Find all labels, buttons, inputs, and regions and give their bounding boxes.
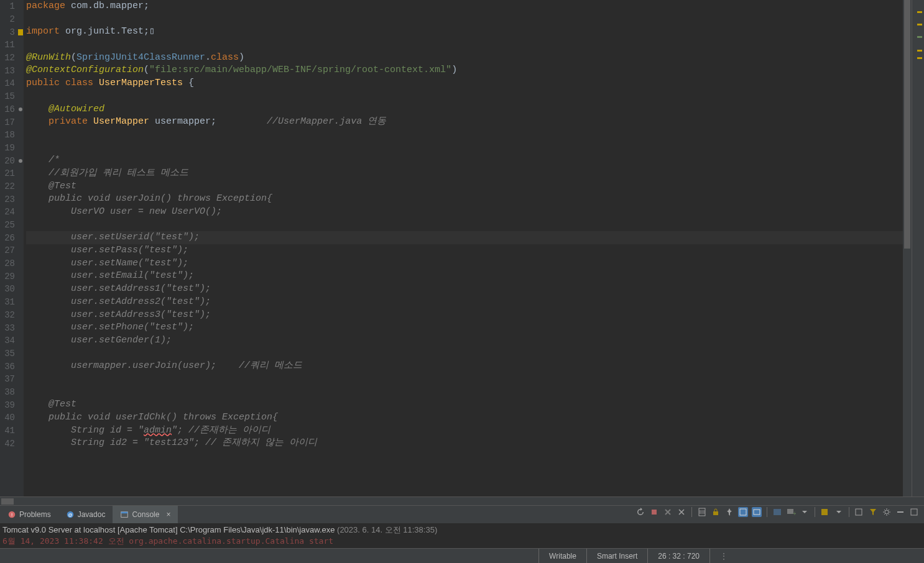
gutter-row[interactable]: 42 xyxy=(0,437,24,450)
overview-marker-warn[interactable] xyxy=(917,57,922,59)
status-insert-mode[interactable]: Smart Insert xyxy=(586,549,647,563)
code-line[interactable] xyxy=(26,142,924,155)
horizontal-scrollbar[interactable] xyxy=(0,497,924,505)
clear-icon[interactable] xyxy=(697,507,707,517)
gutter-row[interactable]: 18 xyxy=(0,129,24,142)
gutter-row[interactable]: 27 xyxy=(0,244,24,257)
code-line[interactable]: @Test xyxy=(26,180,924,193)
code-line[interactable]: user.setUserid("test"); xyxy=(26,231,924,244)
console-content[interactable]: Tomcat v9.0 Server at localhost [Apache … xyxy=(0,523,924,548)
code-line[interactable] xyxy=(26,39,924,52)
status-cursor-position[interactable]: 26 : 32 : 720 xyxy=(647,549,709,563)
code-line[interactable]: UserVO user = new UserVO(); xyxy=(26,206,924,219)
gutter-row[interactable]: 28 xyxy=(0,257,24,270)
code-line[interactable] xyxy=(26,219,924,232)
code-line[interactable]: package com.db.mapper; xyxy=(26,0,924,13)
code-line[interactable]: String id = "admin"; //존재하는 아이디 xyxy=(26,424,924,437)
code-line[interactable] xyxy=(26,13,924,26)
gutter-row[interactable]: 35 xyxy=(0,347,24,360)
gutter-row[interactable]: 16 xyxy=(0,103,24,116)
gutter-row[interactable]: 22 xyxy=(0,180,24,193)
settings-icon[interactable] xyxy=(882,507,892,517)
code-line[interactable]: public void userJoin() throws Exception{ xyxy=(26,193,924,206)
overview-marker-info[interactable] xyxy=(917,36,922,38)
new-view-icon[interactable] xyxy=(820,507,830,517)
scroll-lock-icon[interactable] xyxy=(711,507,721,517)
code-content[interactable]: package com.db.mapper;import org.junit.T… xyxy=(24,0,924,497)
gutter-row[interactable]: 14 xyxy=(0,77,24,90)
code-line[interactable]: /* xyxy=(26,154,924,167)
code-line[interactable]: private UserMapper usermapper; //UserMap… xyxy=(26,116,924,129)
code-line[interactable] xyxy=(26,129,924,142)
filter-icon[interactable] xyxy=(868,507,878,517)
stop-icon[interactable] xyxy=(649,507,659,517)
vertical-scrollbar[interactable] xyxy=(903,0,912,497)
code-line[interactable]: public class UserMapperTests { xyxy=(26,77,924,90)
gutter-row[interactable]: 33 xyxy=(0,321,24,334)
gutter-row[interactable]: 21 xyxy=(0,167,24,180)
dropdown-icon[interactable] xyxy=(834,507,844,517)
gutter-row[interactable]: 38 xyxy=(0,386,24,399)
gutter-row[interactable]: 29 xyxy=(0,270,24,283)
gutter-row[interactable]: 31 xyxy=(0,296,24,309)
gutter-row[interactable]: 25 xyxy=(0,219,24,232)
gutter-row[interactable]: 41 xyxy=(0,424,24,437)
gutter-row[interactable]: 11 xyxy=(0,39,24,52)
gutter-row[interactable]: 13 xyxy=(0,64,24,77)
new-console-icon[interactable]: + xyxy=(786,507,796,517)
remove-all-icon[interactable] xyxy=(663,507,673,517)
code-line[interactable]: public void userIdChk() throws Exception… xyxy=(26,411,924,424)
code-line[interactable]: user.setGender(1); xyxy=(26,334,924,347)
code-line[interactable]: @ContextConfiguration("file:src/main/web… xyxy=(26,64,924,77)
code-line[interactable]: @Test xyxy=(26,398,924,411)
gutter-row[interactable]: 20 xyxy=(0,154,24,167)
overview-marker-warn[interactable] xyxy=(917,50,922,52)
horizontal-scrollbar-thumb[interactable] xyxy=(1,498,14,505)
code-line[interactable]: usermapper.userJoin(user); //쿼리 메소드 xyxy=(26,360,924,373)
gutter-row[interactable]: 15 xyxy=(0,90,24,103)
code-line[interactable]: user.setEmail("test"); xyxy=(26,270,924,283)
open-icon[interactable] xyxy=(854,507,864,517)
gutter-row[interactable]: 12 xyxy=(0,52,24,65)
gutter-row[interactable]: 3 xyxy=(0,25,24,39)
overview-marker-warn[interactable] xyxy=(917,11,922,13)
minimize-icon[interactable] xyxy=(895,507,905,517)
gutter-row[interactable]: 40 xyxy=(0,411,24,424)
gutter-row[interactable]: 32 xyxy=(0,309,24,322)
gutter-row[interactable]: 34 xyxy=(0,334,24,347)
gutter-row[interactable]: 26 xyxy=(0,231,24,244)
show-console-icon[interactable] xyxy=(752,507,762,517)
code-line[interactable]: @RunWith(SpringJUnit4ClassRunner.class) xyxy=(26,52,924,65)
code-line[interactable]: import org.junit.Test;▯ xyxy=(26,25,924,39)
code-line[interactable]: user.setName("test"); xyxy=(26,257,924,270)
remove-icon[interactable] xyxy=(677,507,686,517)
gutter-row[interactable]: 36 xyxy=(0,360,24,373)
maximize-icon[interactable] xyxy=(909,507,919,517)
line-gutter[interactable]: 1231112131415161718192021222324252627282… xyxy=(0,0,24,497)
code-line[interactable]: @Autowired xyxy=(26,103,924,116)
gutter-row[interactable]: 1 xyxy=(0,0,24,13)
pin-icon[interactable] xyxy=(724,507,734,517)
code-editor-area[interactable]: 1231112131415161718192021222324252627282… xyxy=(0,0,924,497)
code-line[interactable] xyxy=(26,347,924,360)
gutter-row[interactable]: 30 xyxy=(0,283,24,296)
open-console-icon[interactable] xyxy=(772,507,782,517)
refresh-icon[interactable] xyxy=(635,507,645,517)
overview-ruler[interactable] xyxy=(912,0,924,497)
code-line[interactable]: user.setAddress3("test"); xyxy=(26,309,924,322)
tab-console[interactable]: Console × xyxy=(113,506,178,523)
code-line[interactable]: String id2 = "test123"; // 존재하지 않는 아이디 xyxy=(26,437,924,450)
close-icon[interactable]: × xyxy=(166,510,170,519)
code-line[interactable]: user.setPhone("test"); xyxy=(26,321,924,334)
code-line[interactable]: user.setAddress1("test"); xyxy=(26,283,924,296)
code-line[interactable] xyxy=(26,373,924,386)
code-line[interactable]: user.setPass("test"); xyxy=(26,244,924,257)
tab-problems[interactable]: ! Problems xyxy=(0,506,58,523)
gutter-row[interactable]: 24 xyxy=(0,206,24,219)
vertical-scrollbar-thumb[interactable] xyxy=(904,0,910,249)
gutter-row[interactable]: 19 xyxy=(0,142,24,155)
tab-javadoc[interactable]: @ Javadoc xyxy=(58,506,113,523)
overview-marker-warn[interactable] xyxy=(917,24,922,25)
gutter-row[interactable]: 39 xyxy=(0,398,24,411)
gutter-row[interactable]: 23 xyxy=(0,193,24,206)
